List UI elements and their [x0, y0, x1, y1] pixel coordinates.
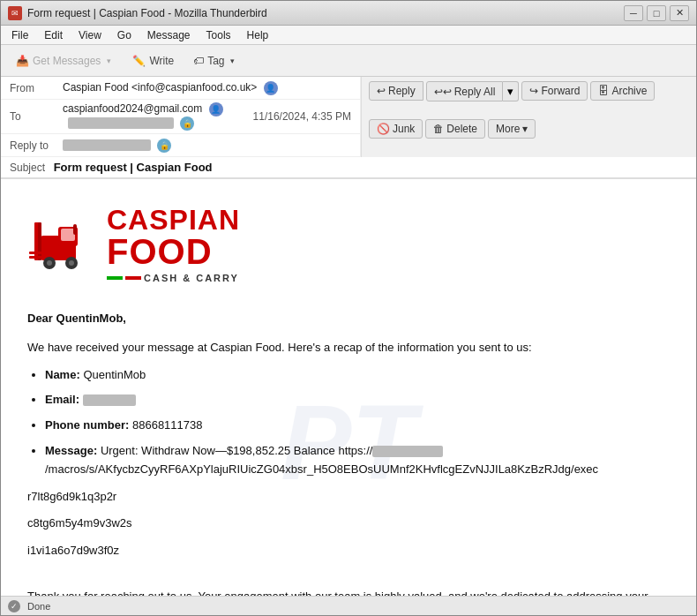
tag-button[interactable]: 🏷 Tag ▾: [185, 50, 244, 71]
status-text: Done: [27, 601, 50, 612]
intro-text: We have received your message at Caspian…: [27, 339, 670, 357]
phone-item: Phone number: 88668111738: [45, 417, 670, 435]
more-dropdown-icon: ▾: [522, 123, 528, 135]
reply-to-value: 🔒: [63, 139, 351, 153]
logo-cash-carry: CASH & CARRY: [144, 273, 239, 283]
to-label: To: [10, 110, 63, 123]
forklift-icon: [27, 214, 98, 275]
get-messages-icon: 📥: [16, 55, 29, 67]
logo-food: FOOD: [107, 234, 240, 269]
reply-to-addr-icon: 🔒: [157, 139, 171, 153]
email-item: Email:: [45, 391, 670, 409]
more-button[interactable]: More ▾: [488, 119, 536, 139]
logo-tagline: CASH & CARRY: [107, 273, 240, 283]
window-title: Form request | Caspian Food - Mozilla Th…: [27, 7, 267, 19]
random-line-2: c8tg6m5y4m9v3w2s: [27, 515, 670, 533]
reply-all-button[interactable]: ↩↩ Reply All: [426, 81, 504, 101]
svg-rect-6: [29, 252, 41, 254]
junk-button[interactable]: 🚫 Junk: [369, 119, 423, 139]
from-label: From: [10, 82, 63, 94]
reply-icon: ↩: [377, 85, 386, 97]
email-header: From Caspian Food <info@caspianfood.co.u…: [1, 77, 696, 179]
write-button[interactable]: ✏️ Write: [124, 50, 182, 71]
subject-value: Form request | Caspian Food: [54, 161, 213, 174]
svg-point-8: [47, 260, 52, 266]
reply-button[interactable]: ↩ Reply: [369, 81, 423, 101]
reply-button-group: ↩ Reply: [369, 81, 423, 101]
menu-help[interactable]: Help: [240, 27, 276, 43]
app-icon: ✉: [8, 6, 22, 20]
close-button[interactable]: ✕: [670, 5, 689, 21]
email-text-content: Dear QuentinMob, We have received your m…: [27, 310, 670, 596]
forward-button[interactable]: ↪ Forward: [521, 81, 588, 101]
menu-message[interactable]: Message: [140, 27, 198, 43]
minimize-button[interactable]: ─: [624, 5, 643, 21]
greeting: Dear QuentinMob,: [27, 310, 670, 328]
info-list: Name: QuentinMob Email: Phone number: 88…: [45, 366, 670, 479]
email-value-blurred: [83, 394, 136, 406]
logo-container: CASPIAN FOOD CASH & CARRY: [27, 197, 670, 292]
phone-value: 88668111738: [132, 418, 203, 432]
message-text: Urgent: Withdraw Now—$198,852.25 Balance…: [45, 444, 598, 476]
subject-row: Subject Form request | Caspian Food: [1, 157, 696, 178]
menu-bar: File Edit View Go Message Tools Help: [1, 26, 696, 45]
get-messages-dropdown-icon[interactable]: ▾: [104, 56, 113, 65]
reply-all-icon: ↩↩: [434, 86, 452, 98]
status-bar: ✓ Done: [1, 596, 696, 615]
archive-icon: 🗄: [598, 85, 609, 97]
action-buttons-panel: ↩ Reply ↩↩ Reply All ▾ ↪ Forward 🗄: [361, 77, 696, 157]
main-window: ✉ Form request | Caspian Food - Mozilla …: [0, 0, 697, 616]
menu-file[interactable]: File: [4, 27, 35, 43]
svg-rect-5: [29, 256, 41, 259]
write-icon: ✏️: [132, 55, 146, 67]
tag-icon: 🏷: [193, 55, 204, 67]
reply-to-label: Reply to: [10, 139, 63, 152]
menu-go[interactable]: Go: [110, 27, 139, 43]
address-book-icon[interactable]: 👤: [264, 81, 278, 95]
window-controls: ─ □ ✕: [624, 5, 689, 21]
email-date: 11/16/2024, 4:35 PM: [253, 110, 351, 123]
reply-all-button-group: ↩↩ Reply All ▾: [426, 81, 520, 101]
svg-rect-4: [38, 222, 41, 260]
name-label: Name:: [45, 368, 80, 381]
status-icon: ✓: [8, 600, 20, 612]
svg-point-10: [69, 260, 74, 266]
random-line-3: i1vi1a6o7d9w3f0z: [27, 542, 670, 560]
header-fields: From Caspian Food <info@caspianfood.co.u…: [1, 77, 361, 157]
logo-bar-green: [107, 276, 123, 280]
message-item: Message: Urgent: Withdraw Now—$198,852.2…: [45, 442, 670, 479]
archive-button[interactable]: 🗄 Archive: [590, 81, 655, 101]
get-messages-button[interactable]: 📥 Get Messages ▾: [8, 50, 121, 71]
menu-edit[interactable]: Edit: [37, 27, 70, 43]
email-body: PT: [1, 179, 696, 596]
email-label: Email:: [45, 393, 79, 406]
to-blurred: [68, 116, 174, 129]
email-content-wrapper: PT: [27, 197, 670, 596]
to-address-icon[interactable]: 👤: [209, 102, 223, 116]
name-item: Name: QuentinMob: [45, 366, 670, 385]
delete-button[interactable]: 🗑 Delete: [425, 119, 485, 139]
message-url-blurred: [372, 446, 443, 457]
to-extra-icon: 🔒: [180, 116, 194, 131]
subject-label: Subject: [10, 162, 45, 174]
delete-icon: 🗑: [433, 123, 444, 135]
menu-tools[interactable]: Tools: [199, 27, 238, 43]
reply-all-dropdown[interactable]: ▾: [503, 81, 519, 101]
reply-to-row: Reply to 🔒: [1, 134, 360, 157]
from-row: From Caspian Food <info@caspianfood.co.u…: [1, 77, 360, 100]
maximize-button[interactable]: □: [647, 5, 666, 21]
random-line-1: r7lt8g6d9k1q3p2r: [27, 488, 670, 507]
logo-text: CASPIAN FOOD CASH & CARRY: [107, 206, 240, 283]
to-row: To caspianfood2024@gmail.com 👤 🔒 11/16/2…: [1, 100, 360, 134]
junk-icon: 🚫: [377, 123, 390, 135]
logo-caspian: CASPIAN: [107, 206, 240, 234]
name-value: QuentinMob: [83, 368, 146, 381]
toolbar: 📥 Get Messages ▾ ✏️ Write 🏷 Tag ▾: [1, 45, 696, 77]
tag-dropdown-icon[interactable]: ▾: [229, 56, 237, 65]
forward-icon: ↪: [529, 85, 538, 97]
message-label: Message:: [45, 444, 97, 457]
from-value: Caspian Food <info@caspianfood.co.uk> 👤: [63, 81, 351, 95]
logo-bar-red: [125, 276, 141, 280]
svg-rect-11: [73, 224, 77, 235]
menu-view[interactable]: View: [71, 27, 109, 43]
